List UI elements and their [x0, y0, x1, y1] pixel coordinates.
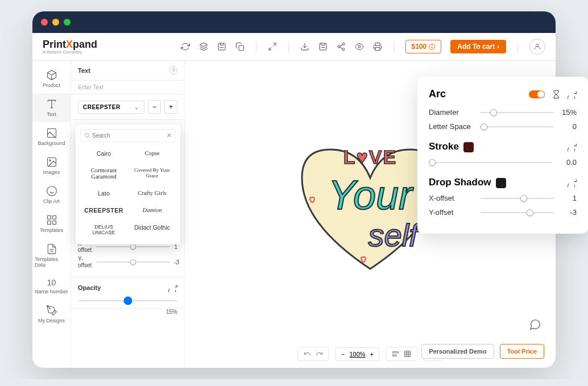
svg-point-12: [47, 186, 56, 196]
expand-icon[interactable]: [268, 42, 277, 51]
personalized-demo-button[interactable]: Personalized Demo: [421, 344, 494, 359]
reset-icon[interactable]: [568, 90, 577, 99]
svg-text:L♥VE: L♥VE: [343, 146, 397, 168]
sidebar-item-name-number[interactable]: 10Name Number: [32, 273, 71, 300]
align-icon[interactable]: [392, 350, 399, 358]
hourglass-icon[interactable]: [552, 90, 561, 99]
refresh-icon[interactable]: [181, 42, 190, 51]
svg-rect-21: [393, 352, 399, 353]
svg-rect-14: [52, 216, 56, 219]
svg-rect-7: [375, 47, 380, 50]
logo: PrintXpand A Biztech Company: [43, 39, 97, 55]
dropshadow-title: Drop Shadow: [429, 177, 491, 188]
font-dropdown-panel: ✕ Cairo Copse Cormorant Garamond Covered…: [76, 124, 180, 244]
minimize-window-icon[interactable]: [52, 19, 59, 26]
layers-icon[interactable]: [199, 42, 208, 51]
effects-panel: Arc Diameter15% Letter Space0 Stroke 0.0…: [417, 77, 588, 234]
price-button[interactable]: $100i: [405, 40, 442, 53]
svg-rect-15: [47, 221, 51, 225]
x-offset-slider[interactable]: [481, 198, 554, 199]
font-option[interactable]: Cairo: [80, 146, 127, 161]
text-input[interactable]: Enter Text: [71, 81, 184, 94]
letter-space-slider[interactable]: [481, 126, 554, 127]
font-option[interactable]: CREEPSTER: [80, 202, 127, 218]
sidebar-item-images[interactable]: Images: [32, 151, 71, 180]
print-icon[interactable]: [373, 42, 382, 51]
help-icon[interactable]: ?: [169, 67, 177, 74]
preview-icon[interactable]: [355, 42, 364, 51]
zoom-out-button[interactable]: −: [341, 351, 345, 358]
svg-rect-2: [320, 43, 326, 50]
sidebar-item-background[interactable]: Background: [32, 122, 71, 151]
reset-icon[interactable]: [568, 178, 577, 187]
stroke-slider[interactable]: [429, 162, 552, 163]
arc-toggle[interactable]: [529, 90, 545, 98]
svg-point-11: [49, 160, 51, 161]
svg-rect-13: [47, 216, 51, 219]
zoom-in-button[interactable]: +: [370, 351, 374, 358]
svg-point-3: [342, 43, 345, 45]
close-window-icon[interactable]: [41, 19, 48, 26]
svg-text:Your: Your: [328, 172, 414, 218]
font-option[interactable]: Copse: [129, 146, 176, 161]
svg-text:self: self: [368, 217, 421, 253]
sidebar-item-templates[interactable]: Templates: [32, 209, 71, 238]
font-select-dropdown[interactable]: CREEPSTER⌄: [78, 101, 144, 114]
stroke-color-swatch[interactable]: [463, 142, 474, 152]
download-icon[interactable]: [300, 42, 309, 51]
font-option[interactable]: Damion: [129, 202, 176, 218]
add-to-cart-button[interactable]: Add To cart›: [450, 40, 506, 53]
font-option[interactable]: Lato: [80, 185, 127, 201]
maximize-window-icon[interactable]: [64, 19, 71, 26]
svg-point-8: [536, 44, 539, 47]
svg-rect-0: [218, 43, 225, 50]
undo-icon[interactable]: [304, 350, 311, 358]
sidebar-item-product[interactable]: Product: [32, 64, 71, 93]
share-icon[interactable]: [337, 42, 346, 51]
diameter-slider[interactable]: [481, 112, 554, 113]
dropshadow-color-swatch[interactable]: [496, 178, 506, 188]
stroke-title: Stroke: [429, 141, 459, 152]
text-panel: Text? Enter Text CREEPSTER⌄ − + ✕ Cairo …: [71, 61, 185, 368]
font-option[interactable]: Cormorant Garamond: [80, 163, 127, 184]
font-option[interactable]: Crafty Girls: [129, 185, 176, 201]
font-option[interactable]: Covered By Your Grace: [129, 163, 176, 184]
font-size-decrease[interactable]: −: [148, 100, 161, 114]
redo-icon[interactable]: [316, 350, 323, 358]
header: PrintXpand A Biztech Company $100i Add T…: [32, 33, 556, 61]
folder-save-icon[interactable]: [318, 42, 328, 51]
opacity-label: Opacity: [78, 284, 101, 291]
x-offset-slider[interactable]: [96, 246, 169, 247]
close-icon[interactable]: ✕: [167, 132, 172, 139]
tool-price-button[interactable]: Tool Price: [500, 344, 544, 359]
svg-point-17: [85, 134, 89, 138]
svg-rect-16: [52, 221, 56, 225]
svg-rect-22: [393, 355, 397, 356]
grid-icon[interactable]: [404, 350, 411, 358]
opacity-slider[interactable]: [78, 300, 177, 301]
save-icon[interactable]: [217, 42, 226, 51]
svg-point-6: [358, 45, 361, 48]
user-avatar-button[interactable]: [529, 39, 545, 55]
text-panel-title: Text: [78, 67, 90, 74]
svg-rect-1: [239, 45, 244, 51]
font-option[interactable]: DELIUS UNICASE: [80, 219, 127, 240]
y-offset-slider[interactable]: [96, 262, 169, 263]
font-size-increase[interactable]: +: [164, 100, 177, 114]
copy-icon[interactable]: [235, 42, 245, 51]
arc-title: Arc: [429, 88, 446, 100]
svg-point-5: [342, 48, 345, 51]
y-offset-slider[interactable]: [481, 212, 554, 213]
sidebar-item-my-designs[interactable]: My Designs: [32, 300, 71, 329]
sidebar-item-clipart[interactable]: Clip Art: [32, 180, 71, 209]
reset-icon[interactable]: [568, 142, 577, 151]
reset-icon[interactable]: [168, 283, 177, 292]
sidebar-item-text[interactable]: Text: [32, 93, 71, 122]
chat-icon[interactable]: [526, 316, 544, 334]
font-option[interactable]: Didact Gothic: [129, 219, 176, 240]
svg-point-4: [338, 45, 340, 48]
sidebar: Product Text Background Images Clip Art …: [32, 61, 71, 368]
font-search-input[interactable]: ✕: [80, 129, 176, 142]
sidebar-item-templates-data[interactable]: Templates Data: [32, 238, 71, 273]
zoom-level: 100%: [349, 351, 365, 358]
